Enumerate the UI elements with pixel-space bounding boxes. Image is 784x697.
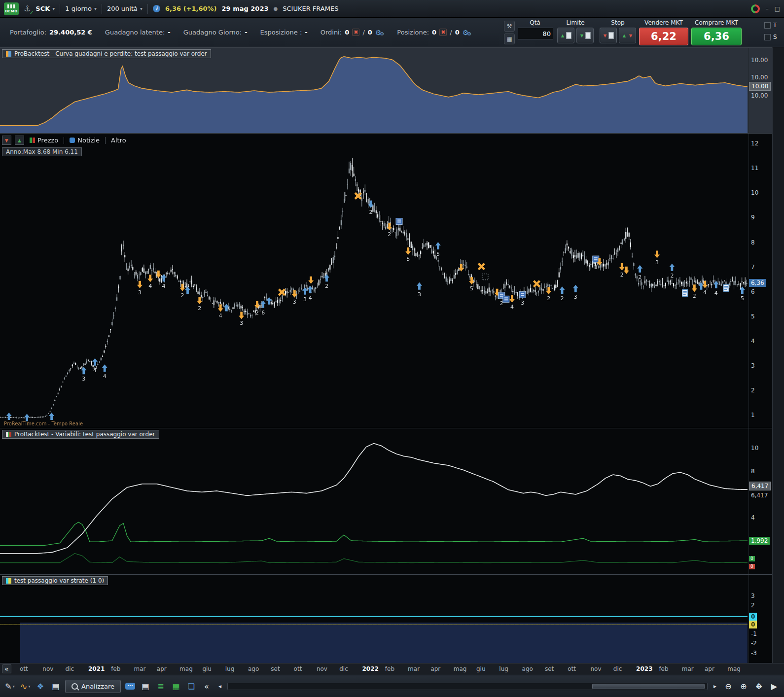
symbol-selector[interactable]: SCK ▾ [36, 5, 55, 12]
journal-button[interactable]: ▤ [50, 679, 62, 694]
strategy-chart[interactable] [0, 575, 748, 663]
down-arrow-icon: ▼ [579, 33, 585, 38]
axis-label: 10.00 [749, 92, 770, 100]
draw-tool-button[interactable]: ✎ ▾ [4, 679, 16, 694]
refresh-icon[interactable] [751, 4, 760, 13]
strategy-axis: 321-1-2-300 [748, 575, 772, 663]
order-panel: ⚒ ▦ Qtà Limite ▲ ▼ [0, 18, 784, 47]
history-back-button[interactable]: « [2, 664, 11, 673]
tab-altro[interactable]: Altro [109, 136, 128, 144]
sell-stop-button[interactable]: ▼ [600, 28, 617, 43]
tab-prezzo[interactable]: Prezzo [28, 136, 60, 144]
scroll-right-button[interactable]: ▸ [711, 679, 719, 694]
pan-tool-button[interactable]: ↔ ↕ [753, 679, 765, 694]
time-axis-label: nov [317, 665, 327, 672]
time-axis[interactable]: « ottnovdic2021febmaraprmaggiulugagoseto… [0, 663, 784, 675]
time-axis-label: 2023 [636, 665, 652, 672]
time-axis-label: mag [454, 665, 467, 672]
minimize-button[interactable]: – [766, 5, 769, 12]
chevron-down-icon: ▾ [52, 6, 55, 11]
scroll-down-button[interactable]: ▼ [2, 136, 11, 145]
axis-value-tag: 0 [749, 621, 757, 628]
equity-curve-chart[interactable] [0, 48, 748, 134]
time-axis-label: dic [339, 665, 348, 672]
zoom-out-button[interactable]: ⊖ [722, 679, 734, 694]
buy-stop-button[interactable]: ▲ ▼ [619, 28, 636, 43]
time-axis-label: 2021 [88, 665, 105, 672]
variables-chart[interactable] [0, 428, 748, 575]
watchlist-button[interactable]: ≣ [155, 679, 167, 694]
axis-label: 3 [749, 362, 757, 370]
chat-button[interactable]: ··· [124, 679, 136, 694]
checkbox-s[interactable]: S [764, 34, 777, 40]
checkbox-icon [764, 22, 771, 29]
vertical-resize-icon: ↕ [755, 682, 762, 691]
divider [60, 4, 60, 14]
time-axis-label: mag [727, 665, 741, 672]
time-axis-label: lug [225, 665, 235, 672]
buy-limit-button[interactable]: ▲ [557, 28, 574, 43]
notes-button[interactable]: ▤ [140, 679, 151, 694]
check-icon: ✓ [30, 10, 34, 15]
info-icon[interactable]: i [153, 5, 160, 12]
time-axis-label: mag [179, 665, 193, 672]
axis-label: 12 [749, 139, 760, 147]
maximize-button[interactable]: □ [775, 5, 780, 12]
axis-value-tag: 1,992 [749, 537, 770, 545]
axis-label: 4 [749, 514, 757, 522]
price-chart[interactable] [0, 134, 748, 428]
divider [102, 4, 102, 14]
strategy-panel-title[interactable]: test passaggio var strate (1 0) [2, 576, 108, 585]
axis-value-tag: 6,417 [749, 482, 771, 490]
checkbox-t[interactable]: T [764, 22, 777, 29]
up-arrow-icon: ▲ [622, 33, 627, 38]
price-change: (+1,60%) [183, 5, 217, 12]
timeframe-selector[interactable]: 1 giorno ▾ [65, 5, 97, 12]
time-axis-label: apr [157, 665, 167, 672]
economic-calendar-button[interactable]: ▦ [170, 679, 182, 694]
link-windows-icon[interactable]: ⚓ ✓ [24, 4, 31, 13]
axis-label: 8 [749, 467, 757, 475]
strategy-legend-icon [6, 578, 11, 584]
price-tab-bar: ▼ ▲ Prezzo Notizie Altro [2, 136, 128, 145]
axis-label: 5 [749, 313, 757, 320]
sell-limit-button[interactable]: ▼ [576, 28, 594, 43]
forward-button[interactable]: ▶ [768, 679, 780, 694]
analyze-button[interactable]: Analizzare [65, 680, 121, 693]
buy-market-button[interactable]: 6,36 [691, 28, 742, 45]
time-axis-label: dic [66, 665, 74, 672]
zoom-in-button[interactable]: ⊕ [738, 679, 749, 694]
chevron-down-icon: ▾ [140, 6, 143, 11]
axis-label: 4 [749, 337, 757, 345]
instrument-bullet-icon: ● [274, 6, 278, 11]
price-value: 6,36 [165, 5, 181, 12]
variables-panel-title[interactable]: ProBacktest - Variabili: test passaggio … [2, 430, 159, 439]
share-button[interactable]: ❖ [35, 679, 46, 694]
account-bar: Portafoglio: 29.400,52 € Guadagno latent… [0, 18, 784, 47]
sell-market-button[interactable]: 6,22 [639, 28, 688, 45]
equity-panel-title[interactable]: ProBacktest - Curva guadagni e perdite: … [2, 49, 211, 58]
axis-value-tag: 6,36 [749, 279, 766, 287]
order-settings-wrench-icon[interactable]: ⚒ [504, 21, 515, 32]
tab-notizie[interactable]: Notizie [68, 136, 102, 144]
units-selector[interactable]: 200 unità ▾ [107, 5, 143, 12]
scroll-left-button[interactable]: ◂ [216, 679, 224, 694]
indicator-tool-button[interactable]: ∿ ▾ [19, 679, 31, 694]
quantity-input[interactable] [518, 28, 553, 39]
instrument-name: SCIUKER FRAMES [283, 5, 338, 12]
equity-legend-icon [6, 51, 11, 57]
up-arrow-icon: ▲ [18, 138, 21, 143]
demo-chart-icon [7, 4, 15, 8]
news-icon [70, 138, 75, 143]
timeframe-label: 1 giorno [65, 5, 92, 12]
new-window-button[interactable]: ❏ [185, 679, 197, 694]
collapse-button[interactable]: « [201, 679, 213, 694]
order-calendar-icon[interactable]: ▦ [504, 34, 515, 44]
quote-date: 29 mag 2023 [222, 5, 269, 12]
order-ticket-icon [585, 32, 591, 39]
indicator-curve-icon: ∿ [20, 681, 27, 692]
variables-panel: ProBacktest - Variabili: test passaggio … [0, 428, 784, 575]
scrollbar-thumb[interactable] [592, 684, 705, 689]
scroll-up-button[interactable]: ▲ [15, 136, 24, 145]
horizontal-scrollbar[interactable] [227, 683, 708, 690]
